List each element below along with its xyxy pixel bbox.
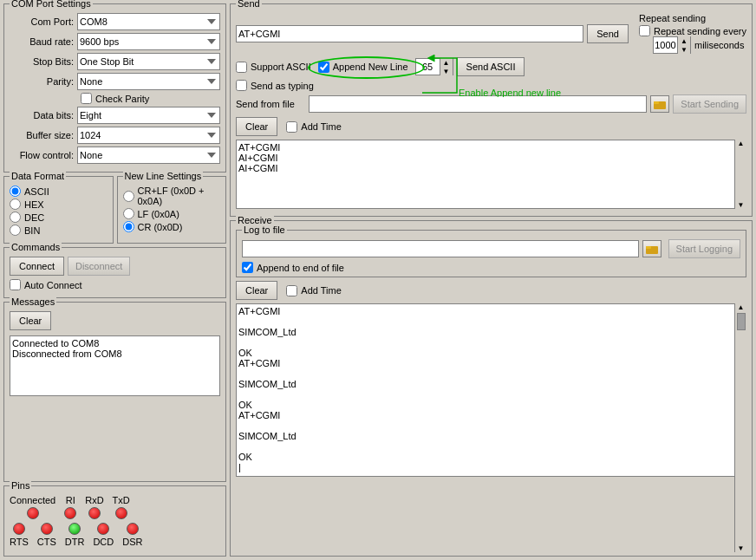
parity-select[interactable]: None: [77, 73, 220, 90]
rcv-line-12: [238, 420, 744, 431]
send-text-area: AT+CGMI AI+CGMI AI+CGMI: [236, 140, 746, 209]
pin-rts-led: [13, 523, 25, 535]
log-file-input[interactable]: [242, 240, 639, 257]
rcv-line-3: SIMCOM_Ltd: [238, 327, 744, 337]
ascii-radio[interactable]: [10, 186, 21, 197]
crlf-label: CR+LF (0x0D + 0x0A): [138, 186, 221, 206]
data-format-group: Data Format ASCII HEX DEC: [3, 176, 114, 244]
receive-scroll-thumb[interactable]: [737, 311, 746, 544]
pin-ri-label: RI: [66, 495, 75, 505]
messages-content: Connected to COM8 Disconnected from COM8: [10, 335, 220, 396]
start-sending-button: Start Sending: [673, 94, 746, 114]
buffer-size-select[interactable]: 1024: [77, 127, 220, 144]
repeat-sending-checkbox[interactable]: [639, 25, 650, 36]
ascii-value: 65: [416, 59, 440, 75]
pin-rts-label: RTS: [10, 537, 29, 547]
repeat-ms-unit: miliseconds: [694, 40, 744, 50]
send-button[interactable]: Send: [587, 24, 629, 43]
pins-title: Pins: [10, 480, 31, 491]
parity-label: Parity:: [10, 76, 77, 87]
send-scrollbar[interactable]: ▲ ▼: [734, 140, 746, 209]
com-port-title: COM Port Settings: [10, 0, 93, 9]
send-line-2: AI+CGMI: [238, 153, 744, 163]
pin-rts: RTS: [10, 523, 29, 547]
pin-connected: Connected: [10, 495, 55, 519]
pin-rxd-label: RxD: [85, 495, 103, 505]
lf-label: LF (0x0A): [138, 209, 179, 219]
send-file-input[interactable]: [309, 95, 647, 113]
ascii-value-down[interactable]: ▼: [440, 67, 453, 75]
data-bits-label: Data bits:: [10, 110, 77, 120]
receive-box: Receive Log to file: [230, 220, 753, 557]
new-line-title: New Line Settings: [123, 171, 204, 181]
com-port-settings: COM Port Settings Com Port: COM8 Baud ra…: [3, 3, 226, 173]
send-from-file-label: Send from file: [236, 99, 305, 109]
lf-radio[interactable]: [123, 208, 134, 219]
ascii-value-up[interactable]: ▲: [440, 58, 453, 67]
stop-bits-select[interactable]: One Stop Bit: [77, 53, 220, 70]
pin-rxd-led: [88, 507, 101, 519]
send-input[interactable]: AT+CGMI: [236, 25, 583, 42]
support-ascii-checkbox[interactable]: [236, 62, 247, 73]
flow-control-select[interactable]: None: [77, 147, 220, 164]
send-as-typing-label: Send as typing: [251, 81, 314, 91]
send-file-browse-button[interactable]: [650, 95, 669, 113]
data-format-title: Data Format: [10, 171, 66, 181]
receive-add-time-checkbox[interactable]: [286, 285, 297, 296]
ascii-value-spinner[interactable]: 65 ▲ ▼: [415, 58, 453, 75]
pin-cts: CTS: [37, 523, 56, 547]
pin-cts-led: [41, 523, 53, 535]
send-scroll-up[interactable]: ▲: [738, 140, 745, 147]
bin-radio[interactable]: [10, 225, 21, 236]
log-folder-icon: [646, 244, 658, 254]
auto-connect-checkbox[interactable]: [10, 279, 21, 290]
svg-rect-2: [654, 101, 659, 104]
messages-box: Messages Clear Connected to COM8 Disconn…: [3, 302, 226, 482]
dec-radio[interactable]: [10, 212, 21, 223]
repeat-ms-up[interactable]: ▲: [678, 36, 690, 45]
pin-dcd-label: DCD: [93, 537, 114, 547]
com-port-select[interactable]: COM8: [77, 13, 220, 30]
repeat-every-label: Repeat sending every: [654, 26, 746, 36]
receive-clear-button[interactable]: Clear: [236, 281, 277, 300]
repeat-ms-value: 1000: [654, 37, 678, 53]
rcv-line-11: AT+CGMI: [238, 410, 744, 420]
receive-scroll-down[interactable]: ▼: [738, 544, 745, 552]
commands-box: Commands Connect Disconnect Auto Connect: [3, 247, 226, 298]
baud-rate-select[interactable]: 9600 bps: [77, 33, 220, 50]
bin-label: BIN: [24, 225, 40, 236]
send-ascii-button[interactable]: Send ASCII: [457, 57, 525, 76]
check-parity-label: Check Parity: [95, 94, 149, 104]
pin-cts-label: CTS: [37, 537, 56, 547]
connect-button[interactable]: Connect: [10, 257, 64, 276]
log-file-browse-button[interactable]: [642, 240, 662, 257]
rcv-line-8: SIMCOM_Ltd: [238, 379, 744, 389]
send-clear-button[interactable]: Clear: [236, 117, 277, 136]
rcv-line-15: OK: [238, 452, 744, 462]
send-as-typing-checkbox[interactable]: [236, 80, 247, 91]
crlf-radio[interactable]: [123, 191, 134, 202]
rcv-line-2: [238, 316, 744, 327]
append-newline-checkbox[interactable]: [318, 62, 329, 73]
receive-scrollbar[interactable]: ▲ ▼: [734, 303, 746, 552]
send-add-time-label: Add Time: [301, 121, 341, 132]
log-to-file-group: Log to file Start Logging: [236, 230, 746, 277]
rcv-line-13: SIMCOM_Ltd: [238, 431, 744, 441]
receive-scroll-up[interactable]: ▲: [738, 303, 745, 311]
disconnect-button: Disconnect: [68, 257, 130, 276]
rcv-line-9: [238, 389, 744, 400]
repeat-ms-down[interactable]: ▼: [678, 45, 690, 54]
send-scroll-down[interactable]: ▼: [738, 201, 745, 209]
check-parity-checkbox[interactable]: [81, 93, 92, 104]
buffer-size-label: Buffer size:: [10, 130, 77, 140]
data-bits-select[interactable]: Eight: [77, 107, 220, 124]
messages-clear-button[interactable]: Clear: [10, 311, 51, 330]
repeat-ms-spinner[interactable]: 1000 ▲ ▼: [653, 36, 691, 54]
append-to-file-checkbox[interactable]: [242, 262, 253, 273]
pin-dcd: DCD: [93, 523, 114, 547]
cr-radio[interactable]: [123, 221, 134, 232]
append-newline-label: Append New Line: [333, 62, 408, 72]
rcv-line-10: OK: [238, 400, 744, 410]
send-add-time-checkbox[interactable]: [286, 121, 297, 133]
hex-radio[interactable]: [10, 199, 21, 210]
